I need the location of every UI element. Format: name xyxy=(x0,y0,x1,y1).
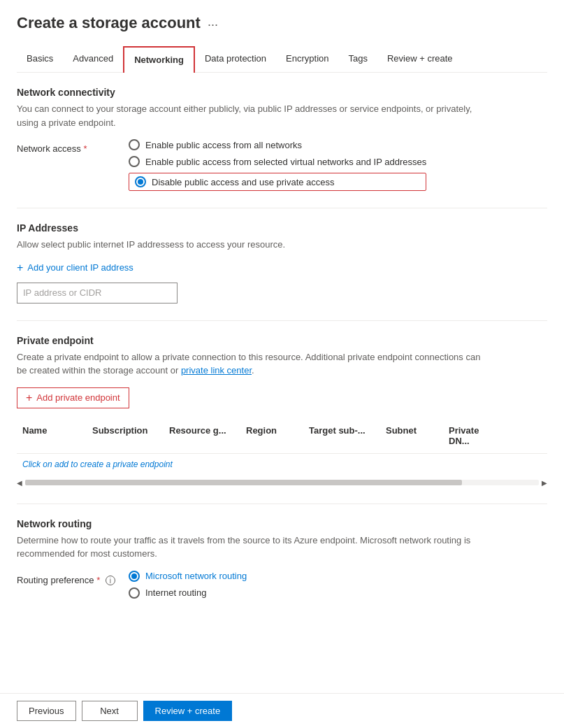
scroll-right-arrow[interactable]: ▶ xyxy=(542,479,547,487)
plus-icon-ip: + xyxy=(17,262,23,274)
divider-3 xyxy=(17,504,547,504)
radio-all-networks[interactable]: Enable public access from all networks xyxy=(129,139,426,150)
radio-label-disable: Disable public access and use private ac… xyxy=(152,177,335,187)
tab-encryption[interactable]: Encryption xyxy=(276,46,338,72)
page-title-ellipsis: ··· xyxy=(208,17,218,32)
radio-selected-networks[interactable]: Enable public access from selected virtu… xyxy=(129,156,426,167)
radio-microsoft-routing[interactable]: Microsoft network routing xyxy=(129,571,247,582)
private-link-center-link[interactable]: private link center xyxy=(181,365,252,376)
scrollbar-thumb xyxy=(25,480,462,485)
ip-addresses-desc: Allow select public internet IP addresse… xyxy=(17,238,492,252)
col-subscription: Subscription xyxy=(87,422,164,449)
private-endpoint-desc: Create a private endpoint to allow a pri… xyxy=(17,350,492,378)
add-client-ip-label: Add your client IP address xyxy=(27,262,133,273)
network-access-label: Network access * xyxy=(17,139,129,154)
radio-input-selected xyxy=(129,156,140,167)
network-access-row: Network access * Enable public access fr… xyxy=(17,139,547,191)
network-connectivity-desc: You can connect to your storage account … xyxy=(17,102,492,129)
previous-button[interactable]: Previous xyxy=(17,701,76,721)
private-endpoint-section: Private endpoint Create a private endpoi… xyxy=(17,335,547,487)
network-routing-desc: Determine how to route your traffic as i… xyxy=(17,534,492,561)
tab-advanced[interactable]: Advanced xyxy=(63,46,123,72)
private-endpoint-title: Private endpoint xyxy=(17,335,547,346)
scrollbar-track[interactable] xyxy=(25,480,539,485)
page-title: Create a storage account xyxy=(17,14,201,32)
ip-addresses-section: IP Addresses Allow select public interne… xyxy=(17,222,547,304)
radio-disable-public[interactable]: Disable public access and use private ac… xyxy=(129,173,426,191)
footer-bar: Previous Next Review + create xyxy=(0,693,564,728)
table-scrollbar[interactable]: ◀ ▶ xyxy=(17,479,547,487)
routing-info-icon[interactable]: i xyxy=(106,576,115,585)
routing-required-marker: * xyxy=(96,575,100,585)
network-access-radio-group: Enable public access from all networks E… xyxy=(129,139,426,191)
routing-radio-group: Microsoft network routing Internet routi… xyxy=(129,571,247,599)
add-private-endpoint-label: Add private endpoint xyxy=(36,392,120,403)
tab-review-create[interactable]: Review + create xyxy=(377,46,463,72)
routing-preference-row: Routing preference * i Microsoft network… xyxy=(17,571,547,599)
col-resource-group: Resource g... xyxy=(164,422,240,449)
review-create-button[interactable]: Review + create xyxy=(143,701,233,721)
radio-input-internet xyxy=(129,587,140,599)
radio-input-microsoft xyxy=(129,571,140,582)
tab-basics[interactable]: Basics xyxy=(17,46,63,72)
col-subnet: Subnet xyxy=(380,422,443,449)
radio-label-internet: Internet routing xyxy=(145,587,206,598)
plus-icon-endpoint: + xyxy=(26,392,32,404)
radio-input-all xyxy=(129,139,140,150)
network-connectivity-title: Network connectivity xyxy=(17,87,547,98)
col-private-dns: Private DN... xyxy=(443,422,506,449)
radio-label-selected: Enable public access from selected virtu… xyxy=(145,157,426,167)
divider-2 xyxy=(17,320,547,321)
radio-internet-routing[interactable]: Internet routing xyxy=(129,587,247,599)
tabs-container: Basics Advanced Networking Data protecti… xyxy=(17,46,547,73)
col-region: Region xyxy=(240,422,303,449)
radio-input-disable xyxy=(135,176,146,187)
divider-1 xyxy=(17,208,547,208)
tab-data-protection[interactable]: Data protection xyxy=(195,46,276,72)
radio-label-microsoft: Microsoft network routing xyxy=(145,571,247,581)
table-empty-message: Click on add to create a private endpoin… xyxy=(17,454,547,475)
next-button[interactable]: Next xyxy=(82,701,138,721)
tab-networking[interactable]: Networking xyxy=(123,46,195,73)
scroll-left-arrow[interactable]: ◀ xyxy=(17,479,22,487)
network-connectivity-section: Network connectivity You can connect to … xyxy=(17,87,547,191)
add-private-endpoint-button[interactable]: + Add private endpoint xyxy=(17,387,129,408)
ip-address-input[interactable] xyxy=(17,283,178,304)
routing-preference-label: Routing preference * i xyxy=(17,571,129,586)
table-header: Name Subscription Resource g... Region T… xyxy=(17,418,547,454)
ip-addresses-title: IP Addresses xyxy=(17,222,547,234)
col-name: Name xyxy=(17,422,87,449)
radio-label-all: Enable public access from all networks xyxy=(145,140,302,150)
required-marker: * xyxy=(83,143,87,154)
add-client-ip-link[interactable]: + Add your client IP address xyxy=(17,262,547,274)
col-target-sub: Target sub-... xyxy=(303,422,380,449)
network-routing-section: Network routing Determine how to route y… xyxy=(17,518,547,599)
tab-tags[interactable]: Tags xyxy=(339,46,377,72)
private-endpoint-table: Name Subscription Resource g... Region T… xyxy=(17,418,547,475)
network-routing-title: Network routing xyxy=(17,518,547,529)
